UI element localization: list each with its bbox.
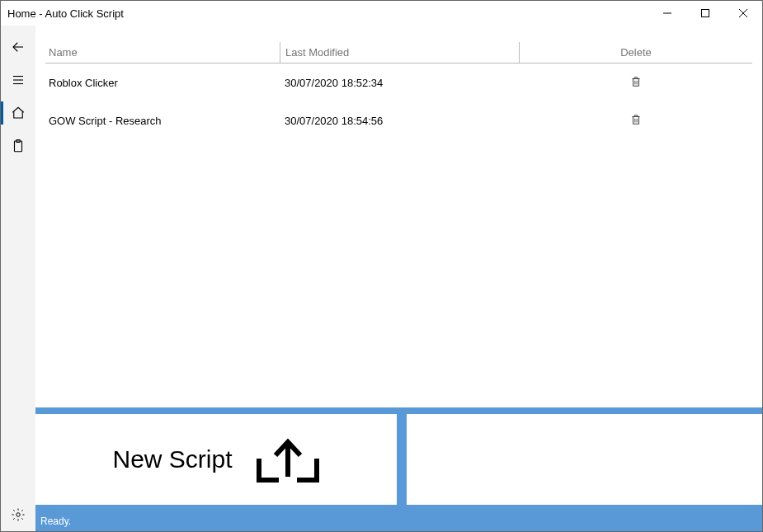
header-modified[interactable]: Last Modified [280,42,519,63]
row-modified: 30/07/2020 18:52:34 [280,77,519,89]
scripts-table: Name Last Modified Delete Roblox Clicker… [35,26,762,407]
new-script-label: New Script [112,445,232,473]
status-bar: Ready. [35,511,762,531]
sidebar-item-home[interactable] [1,97,35,129]
trash-icon [630,113,642,126]
table-row[interactable]: GOW Script - Research 30/07/2020 18:54:5… [45,101,752,139]
upload-icon [256,435,320,483]
minimize-icon [663,9,671,17]
delete-button[interactable] [630,113,642,129]
hamburger-icon [11,73,26,87]
window-title: Home - Auto Click Script [7,7,124,20]
sidebar-item-clipboard[interactable] [1,129,35,162]
svg-rect-1 [702,10,709,17]
secondary-action-button[interactable] [407,414,762,505]
new-script-button[interactable]: New Script [35,414,397,505]
home-icon [11,106,26,120]
sidebar [1,26,35,531]
titlebar: Home - Auto Click Script [1,1,762,26]
header-delete: Delete [519,42,752,63]
main-content: Name Last Modified Delete Roblox Clicker… [35,26,762,531]
menu-button[interactable] [1,64,35,97]
row-name: GOW Script - Research [45,115,280,127]
row-name: Roblox Clicker [45,77,280,89]
delete-button[interactable] [630,75,642,91]
maximize-button[interactable] [686,1,724,26]
back-arrow-icon [11,40,26,54]
close-button[interactable] [724,1,762,26]
header-name[interactable]: Name [45,46,280,59]
minimize-button[interactable] [648,1,686,26]
row-modified: 30/07/2020 18:54:56 [280,115,519,127]
close-icon [739,9,747,17]
svg-point-10 [16,513,21,517]
maximize-icon [701,9,709,17]
bottom-actions: New Script [35,407,762,511]
status-text: Ready. [40,516,71,527]
clipboard-icon [11,139,26,153]
table-header: Name Last Modified Delete [45,42,752,64]
back-button[interactable] [1,31,35,64]
table-row[interactable]: Roblox Clicker 30/07/2020 18:52:34 [45,64,752,101]
gear-icon [11,507,26,522]
window-controls [648,1,762,26]
sidebar-item-settings[interactable] [1,498,35,531]
trash-icon [630,75,642,88]
